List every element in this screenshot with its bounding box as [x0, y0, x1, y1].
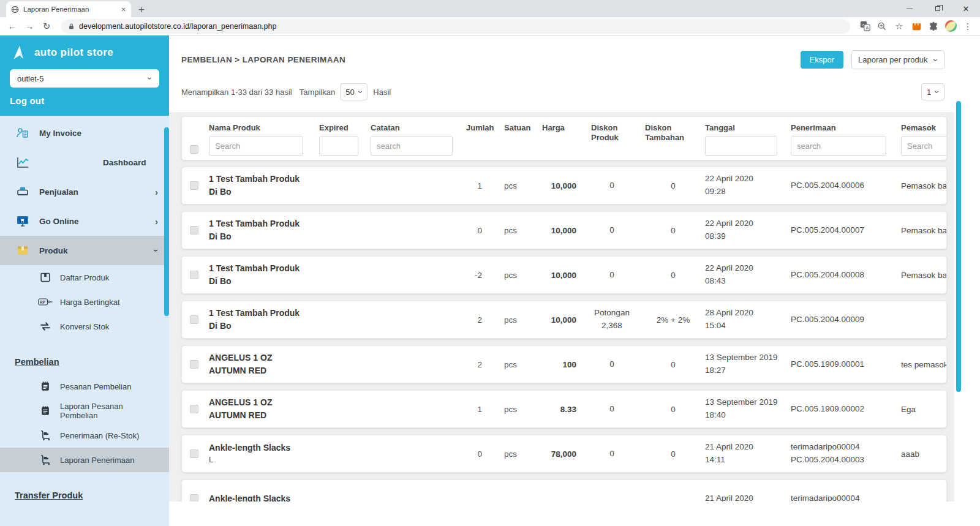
- zoom-magnifier-icon[interactable]: [875, 21, 889, 31]
- cell-diskon-tambahan: 0: [641, 181, 705, 190]
- column-label: Nama Produk: [209, 123, 308, 133]
- sidebar-subitem-konversi-stok[interactable]: Konversi Stok: [0, 314, 169, 339]
- sidebar-item-produk[interactable]: Produk ›: [0, 236, 169, 265]
- cell-diskon-produk: 0: [582, 179, 641, 192]
- row-checkbox[interactable]: [190, 494, 198, 502]
- cell-jumlah: 1: [460, 405, 498, 414]
- penerimaan-filter-input[interactable]: [791, 136, 886, 156]
- sidebar-subitem-label: Pesanan Pembelian: [60, 382, 131, 391]
- row-checkbox[interactable]: [190, 315, 198, 324]
- cell-penerimaan: terimadaripo00004: [791, 492, 901, 502]
- product-name: 1 Test Tambah Produk Di Bo: [209, 217, 308, 243]
- table-row: 1 Test Tambah Produk Di Bo0pcs10,0000022…: [181, 211, 947, 249]
- row-checkbox[interactable]: [190, 226, 198, 235]
- tanggal-filter-input[interactable]: [705, 136, 777, 156]
- column-label: Jumlah: [466, 123, 498, 133]
- back-button[interactable]: ←: [5, 21, 20, 31]
- cell-tanggal: 13 September 2019 18:40: [705, 396, 791, 422]
- header-diskon-produk: Diskon Produk: [582, 123, 641, 143]
- browser-menu-icon[interactable]: ⋮: [960, 21, 975, 31]
- cell-penerimaan: PC.005.1909.00002: [791, 403, 901, 416]
- restore-icon: [935, 6, 940, 11]
- sidebar-item-go-online[interactable]: Go Online ›: [0, 206, 169, 236]
- window-restore-button[interactable]: [924, 0, 952, 17]
- url-text: development.autopilotstore.co.id/laporan…: [79, 22, 276, 31]
- header-nama-produk: Nama Produk: [206, 123, 317, 156]
- minimize-icon: [907, 9, 913, 9]
- sidebar-scrollbar-thumb[interactable]: [164, 127, 169, 316]
- tab-close-icon[interactable]: ✕: [121, 6, 126, 13]
- sidebar-subitem-label: Daftar Produk: [60, 273, 109, 282]
- sidebar-subitem-laporan-pesanan-pembelian[interactable]: Laporan Pesanan Pembelian: [0, 399, 169, 423]
- checkbox-cell: [182, 449, 206, 458]
- cell-diskon-produk: 0: [582, 358, 641, 371]
- column-label: Tanggal: [705, 123, 791, 133]
- pemasok-filter-input[interactable]: [901, 136, 947, 156]
- page-size-select[interactable]: 50 ›: [340, 83, 368, 100]
- cell-harga: 10,000: [536, 226, 582, 235]
- nama-produk-filter-input[interactable]: [209, 136, 303, 156]
- row-checkbox[interactable]: [190, 181, 198, 190]
- profile-avatar-icon[interactable]: [943, 20, 958, 32]
- hand-truck-icon: [38, 429, 53, 441]
- bookmark-star-icon[interactable]: ☆: [892, 21, 907, 32]
- outlet-select[interactable]: outlet-5 ›: [10, 69, 159, 88]
- sidebar-nav: My Invoice Dashboard Penjualan ›: [0, 116, 169, 508]
- expired-filter-input[interactable]: [319, 136, 358, 156]
- cash-register-icon: [15, 184, 31, 199]
- sidebar-subitem-daftar-produk[interactable]: Daftar Produk: [0, 265, 169, 290]
- checkbox-cell: [182, 494, 206, 502]
- address-bar[interactable]: development.autopilotstore.co.id/laporan…: [61, 19, 850, 34]
- window-minimize-button[interactable]: [895, 0, 924, 17]
- sidebar-subitem-label: Konversi Stok: [60, 322, 109, 331]
- cell-jumlah: 0: [460, 449, 498, 459]
- select-all-checkbox[interactable]: [190, 145, 198, 154]
- sidebar-subitem-pesanan-pembelian[interactable]: Pesanan Pembelian: [0, 374, 169, 399]
- forward-button[interactable]: →: [22, 21, 37, 31]
- browser-toolbar: ← → ↻ development.autopilotstore.co.id/l…: [0, 17, 980, 36]
- reload-button[interactable]: ↻: [39, 21, 54, 32]
- sidebar-subitem-harga-bertingkat[interactable]: RP Harga Bertingkat: [0, 290, 169, 314]
- page-select[interactable]: 1 ›: [921, 83, 944, 100]
- avatar: [945, 20, 957, 32]
- table-header-row: Nama Produk Expired Catatan Jumlah Satua…: [181, 116, 947, 160]
- cell-diskon-produk: 0: [582, 269, 641, 282]
- sidebar-item-penjualan[interactable]: Penjualan ›: [0, 177, 169, 206]
- header-satuan: Satuan: [498, 123, 536, 133]
- cell-diskon-tambahan: 0: [641, 271, 705, 280]
- sidebar-item-dashboard[interactable]: Dashboard: [0, 148, 169, 177]
- row-checkbox[interactable]: [190, 449, 198, 458]
- column-label: Harga: [542, 123, 582, 133]
- row-checkbox[interactable]: [190, 405, 198, 413]
- new-tab-button[interactable]: +: [138, 4, 145, 15]
- translate-icon[interactable]: aA: [858, 21, 872, 31]
- sidebar-subitem-penerimaan-restok[interactable]: Penerimaan (Re-Stok): [0, 423, 169, 448]
- table-row: Ankle-length SlacksL0pcs78,0000021 April…: [181, 435, 947, 473]
- shop-extension-icon[interactable]: [909, 21, 924, 31]
- chevron-right-icon: ›: [155, 187, 158, 197]
- report-type-select[interactable]: Laporan per produk ›: [851, 50, 944, 69]
- logout-link[interactable]: Log out: [10, 96, 159, 106]
- sidebar-subitem-laporan-penerimaan[interactable]: Laporan Penerimaan: [0, 448, 169, 472]
- browser-tab[interactable]: Laporan Penerimaan ✕: [6, 1, 131, 17]
- main-scrollbar-thumb[interactable]: [956, 101, 961, 392]
- cell-penerimaan: PC.005.2004.00008: [791, 269, 901, 282]
- column-label: Expired: [319, 123, 368, 133]
- extensions-puzzle-icon[interactable]: [926, 21, 941, 31]
- sidebar-section-transfer-produk[interactable]: Transfer Produk: [0, 483, 169, 508]
- cell-pemasok: Pemasok baru: [901, 181, 947, 190]
- sidebar-item-my-invoice[interactable]: My Invoice: [0, 118, 169, 148]
- window-close-button[interactable]: ✕: [952, 0, 980, 17]
- chevron-down-icon: ›: [932, 58, 941, 61]
- sidebar-item-label: Go Online: [39, 217, 146, 226]
- row-checkbox[interactable]: [190, 360, 198, 369]
- sidebar-section-pembelian[interactable]: Pembelian: [0, 350, 169, 374]
- cell-nama-produk: Ankle-length Slacks: [206, 492, 317, 502]
- export-button[interactable]: Ekspor: [801, 51, 843, 69]
- catatan-filter-input[interactable]: [371, 136, 453, 156]
- product-name: 1 Test Tambah Produk Di Bo: [209, 307, 308, 333]
- cell-harga: 78,000: [536, 449, 582, 459]
- product-name: Ankle-length Slacks: [209, 441, 308, 454]
- header-harga: Harga: [536, 123, 582, 133]
- row-checkbox[interactable]: [190, 271, 198, 279]
